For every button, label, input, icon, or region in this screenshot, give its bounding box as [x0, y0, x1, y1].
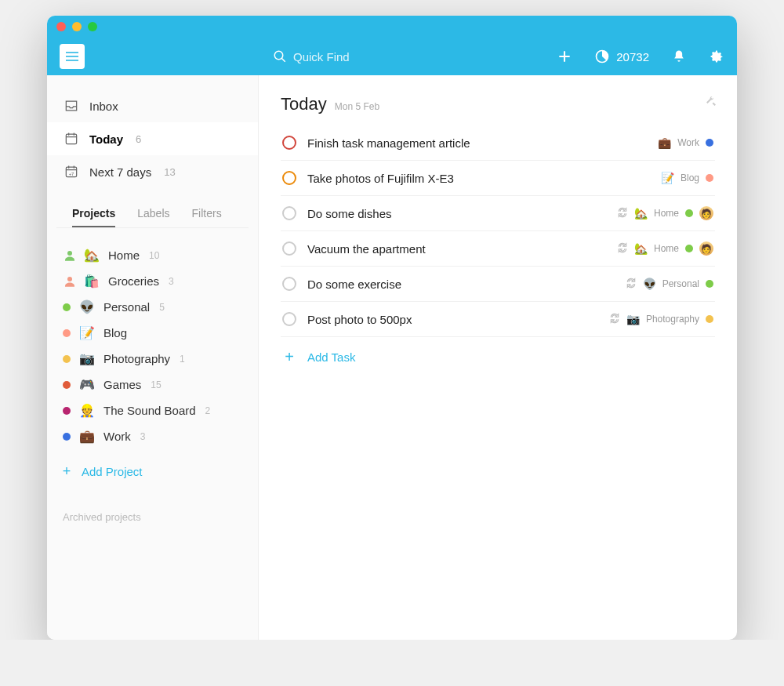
plus-icon: +	[282, 348, 296, 366]
project-item[interactable]: 🛍️Groceries3	[52, 268, 253, 294]
repeat-icon	[626, 278, 637, 291]
task-row[interactable]: Do some exercise👽Personal	[281, 267, 715, 302]
minimize-window-button[interactable]	[72, 22, 82, 31]
task-checkbox[interactable]	[282, 312, 296, 326]
svg-rect-3	[66, 134, 76, 144]
close-window-button[interactable]	[56, 22, 66, 31]
window-controls	[56, 22, 97, 31]
sidebar-item-next7[interactable]: +7 Next 7 days 13	[47, 155, 258, 188]
project-emoji: 👽	[78, 299, 96, 314]
tab-labels[interactable]: Labels	[137, 207, 169, 227]
app-logo[interactable]	[60, 44, 85, 69]
karma-button[interactable]: 20732	[594, 49, 649, 64]
project-name: Work	[103, 430, 131, 443]
project-emoji: 👷	[78, 403, 96, 418]
task-title: Do some dishes	[307, 207, 606, 220]
sidebar-item-count: 13	[164, 166, 175, 178]
project-count: 3	[169, 276, 174, 287]
project-emoji: 📝	[661, 172, 674, 184]
app-window: Quick Find 20732 Inbox	[47, 16, 737, 640]
project-emoji: 🏡	[634, 242, 648, 255]
quick-add-button[interactable]	[557, 49, 572, 64]
project-color-dot	[706, 139, 713, 147]
project-item[interactable]: 💼Work3	[52, 423, 253, 449]
project-emoji: 📷	[78, 351, 96, 366]
task-title: Finish task management article	[307, 136, 647, 150]
task-checkbox[interactable]	[282, 277, 296, 291]
calendar-week-icon: +7	[63, 163, 80, 180]
add-project-button[interactable]: + Add Project	[47, 456, 258, 488]
task-row[interactable]: Finish task management article💼Work	[281, 125, 715, 161]
project-emoji: 🏡	[634, 207, 648, 220]
project-color-dot	[63, 355, 71, 363]
assignee-avatar: 🧑	[699, 206, 713, 220]
task-row[interactable]: Post photo to 500px📷Photography	[281, 302, 715, 337]
project-item[interactable]: 🏡Home10	[52, 242, 253, 268]
project-item[interactable]: 📝Blog	[52, 320, 253, 346]
task-project-name: Work	[677, 137, 699, 148]
task-meta: 💼Work	[658, 136, 713, 149]
task-checkbox[interactable]	[282, 171, 296, 185]
svg-line-1	[281, 58, 285, 62]
settings-button[interactable]	[709, 49, 724, 64]
project-list: 🏡Home10🛍️Groceries3👽Personal5📝Blog📷Photo…	[47, 236, 258, 456]
project-item[interactable]: 👷The Sound Board2	[52, 397, 253, 423]
task-row[interactable]: Vacuum the apartment🏡Home🧑	[281, 231, 715, 267]
project-name: Groceries	[108, 274, 159, 288]
search-input[interactable]: Quick Find	[273, 49, 350, 64]
project-count: 10	[149, 250, 159, 261]
task-project-name: Home	[654, 243, 679, 254]
svg-point-0	[274, 51, 283, 60]
task-checkbox[interactable]	[282, 241, 296, 256]
page-title: Today	[281, 94, 327, 114]
project-item[interactable]: 📷Photography1	[52, 346, 253, 372]
project-emoji: 🛍️	[83, 274, 100, 289]
project-name: Photography	[103, 352, 170, 365]
project-count: 1	[180, 354, 185, 365]
project-color-dot	[63, 433, 71, 441]
project-item[interactable]: 👽Personal5	[52, 294, 253, 320]
tab-filters[interactable]: Filters	[192, 207, 222, 227]
sidebar-item-label: Next 7 days	[89, 165, 151, 179]
bell-icon	[671, 49, 687, 64]
task-row[interactable]: Take photos of Fujifilm X-E3📝Blog	[281, 161, 715, 196]
project-item[interactable]: 🎮Games15	[52, 372, 253, 397]
sidebar-item-inbox[interactable]: Inbox	[47, 89, 258, 122]
project-emoji: 💼	[78, 429, 96, 444]
topbar: Quick Find 20732	[47, 38, 737, 75]
project-color-dot	[63, 407, 71, 415]
search-placeholder: Quick Find	[293, 50, 350, 64]
main-header: Today Mon 5 Feb	[281, 94, 715, 114]
titlebar	[47, 16, 737, 38]
add-task-button[interactable]: + Add Task	[281, 337, 715, 377]
gear-icon	[709, 49, 724, 64]
project-color-dot	[706, 280, 713, 288]
maximize-window-button[interactable]	[88, 22, 97, 31]
sidebar-item-today[interactable]: Today 6	[47, 122, 258, 155]
project-emoji: 📷	[626, 313, 640, 325]
notifications-button[interactable]	[671, 49, 687, 64]
project-color-dot	[685, 245, 693, 252]
view-options-button[interactable]	[704, 94, 718, 111]
project-color-dot	[706, 174, 713, 182]
task-title: Vacuum the apartment	[307, 242, 606, 256]
karma-icon	[594, 49, 610, 64]
svg-text:+7: +7	[69, 172, 74, 176]
archived-projects-link[interactable]: Archived projects	[47, 488, 258, 546]
project-emoji: 👽	[643, 278, 656, 290]
sidebar: Inbox Today 6 +7 Next 7 days 13 Projects…	[47, 75, 259, 640]
tab-projects[interactable]: Projects	[72, 207, 115, 227]
karma-points: 20732	[616, 50, 649, 64]
task-row[interactable]: Do some dishes🏡Home🧑	[281, 196, 715, 231]
task-meta: 🏡Home🧑	[617, 241, 713, 256]
project-name: Home	[108, 249, 140, 262]
shared-icon	[63, 274, 77, 289]
repeat-icon	[617, 207, 628, 220]
project-count: 2	[205, 405, 211, 416]
repeat-icon	[609, 313, 620, 326]
task-checkbox[interactable]	[282, 206, 296, 220]
page-date: Mon 5 Feb	[335, 101, 379, 112]
project-name: Blog	[103, 326, 127, 339]
calendar-today-icon	[63, 130, 80, 147]
task-checkbox[interactable]	[282, 136, 296, 150]
